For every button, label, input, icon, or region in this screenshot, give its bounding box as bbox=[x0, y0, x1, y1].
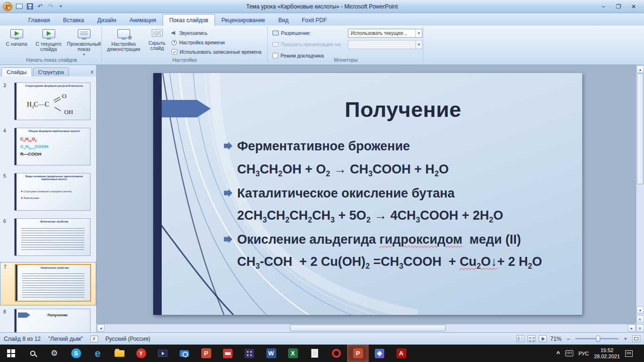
slide-7-thumbnail[interactable]: Химические свойства bbox=[15, 264, 91, 302]
tab-design[interactable]: Дизайн bbox=[91, 14, 123, 25]
scroll-left-button[interactable]: ◄ bbox=[97, 324, 105, 332]
slide-8-thumbnail[interactable]: Получение bbox=[14, 309, 91, 332]
scroll-right-button[interactable]: ► bbox=[628, 324, 636, 332]
view-mode-icon[interactable] bbox=[15, 2, 24, 10]
minimize-button[interactable]: – bbox=[596, 1, 611, 12]
record-narration-button[interactable]: Звукозапись bbox=[172, 29, 207, 37]
resolution-dropdown[interactable]: Использовать текущее... ▾ bbox=[348, 29, 422, 38]
opera-button[interactable] bbox=[325, 345, 347, 362]
powerpoint-pinned-button[interactable]: P bbox=[195, 345, 217, 362]
settings-button[interactable]: ⚙ bbox=[43, 345, 65, 362]
scrollbar-thumb[interactable] bbox=[290, 325, 446, 331]
touch-keyboard-icon[interactable] bbox=[565, 350, 573, 356]
undo-icon[interactable]: ↶ bbox=[36, 2, 44, 10]
powerpoint-active-button[interactable]: P bbox=[347, 345, 369, 362]
status-bar: Слайд 8 из 12 "Легкий дым" ✗ Русский (Ро… bbox=[0, 332, 644, 345]
bullet-formula[interactable]: CH3-COH + 2 Cu(OH)2 =CH3COOH + Cu2O↓+ 2 … bbox=[237, 255, 542, 271]
yandex-browser-button[interactable]: Y bbox=[130, 345, 152, 362]
bullet-item[interactable]: Каталитическое окисление бутана bbox=[224, 186, 454, 201]
edge-button[interactable]: e bbox=[87, 345, 108, 362]
next-slide-button[interactable]: » bbox=[636, 324, 644, 332]
tab-view[interactable]: Вид bbox=[272, 14, 295, 25]
tab-outline[interactable]: Структура bbox=[33, 67, 69, 76]
redo-icon[interactable]: ↷ bbox=[46, 2, 55, 10]
slide-4-item[interactable]: 4 Общая формула карбоновых кислот CnH2nO… bbox=[0, 126, 96, 170]
scroll-down-button[interactable]: ▼ bbox=[636, 306, 644, 314]
tab-insert[interactable]: Вставка bbox=[57, 14, 91, 25]
tiny-text-lines bbox=[22, 273, 84, 298]
movies-tv-button[interactable] bbox=[152, 345, 173, 362]
file-explorer-button[interactable] bbox=[108, 345, 130, 362]
normal-view-button[interactable] bbox=[516, 335, 524, 342]
bullet-item[interactable]: Окисление альдегида гидроксидом меди (II… bbox=[224, 232, 521, 247]
tab-slides[interactable]: Слайды bbox=[1, 67, 32, 76]
excel-icon: X bbox=[288, 348, 298, 358]
tab-home[interactable]: Главная bbox=[22, 14, 57, 25]
previous-slide-button[interactable]: « bbox=[636, 315, 644, 323]
slide-7-item[interactable]: 7 Химические свойства bbox=[0, 262, 96, 305]
save-icon[interactable] bbox=[25, 2, 34, 10]
scroll-up-button[interactable]: ▲ bbox=[636, 66, 644, 73]
search-button[interactable] bbox=[22, 345, 43, 362]
checkbox-checked-icon[interactable]: ✓ bbox=[172, 49, 177, 55]
bullet-formula[interactable]: 2CH3CH2CH2CH3 + 5O2 → 4CH3COOH + 2H2O bbox=[237, 208, 503, 224]
notepad-button[interactable] bbox=[304, 345, 325, 362]
slide-5-item[interactable]: 5 Виды изомерии предельных одноосновных … bbox=[0, 172, 96, 215]
zoom-in-button[interactable]: + bbox=[622, 335, 629, 342]
photos-button[interactable] bbox=[369, 345, 390, 362]
tab-animation[interactable]: Анимация bbox=[123, 14, 163, 25]
language-switcher[interactable]: РУС bbox=[578, 351, 589, 356]
slideshow-view-button[interactable] bbox=[539, 335, 547, 342]
bullet-item[interactable]: Ферментативное брожение bbox=[224, 139, 410, 154]
slide-sorter-view-button[interactable] bbox=[528, 335, 536, 342]
app-grid-button[interactable] bbox=[239, 345, 260, 362]
use-timings-checkbox-row[interactable]: ✓ Использовать записанные времена bbox=[172, 48, 262, 56]
skype-button[interactable]: S bbox=[65, 345, 87, 362]
slide-3-thumbnail[interactable]: Структурная формула уксусной кислоты H3C… bbox=[14, 82, 91, 120]
zoom-slider[interactable] bbox=[575, 338, 619, 339]
excel-button[interactable]: X bbox=[282, 345, 304, 362]
hide-slide-button[interactable]: Скрыть слайд bbox=[144, 28, 170, 57]
language-indicator[interactable]: Русский (Россия) bbox=[106, 336, 150, 342]
slide-4-thumbnail[interactable]: Общая формула карбоновых кислот CnH2nO2 … bbox=[14, 128, 91, 165]
maximize-button[interactable]: ❐ bbox=[611, 1, 626, 12]
vertical-scrollbar[interactable]: ▲ ▼ « » bbox=[636, 65, 644, 332]
tab-foxit-pdf[interactable]: Foxit PDF bbox=[295, 14, 333, 25]
setup-show-button[interactable]: ⚙ Настройка демонстрации bbox=[104, 28, 143, 57]
zoom-slider-thumb[interactable] bbox=[596, 336, 600, 342]
slide-6-thumbnail[interactable]: Физические свойства bbox=[14, 218, 91, 256]
custom-show-button[interactable]: Произвольный показ ▾ bbox=[67, 28, 101, 57]
clock[interactable]: 15:52 28.02.2021 bbox=[594, 347, 620, 360]
panel-close-button[interactable]: x bbox=[91, 69, 94, 74]
action-center-icon[interactable] bbox=[625, 350, 633, 357]
scrollbar-thumb[interactable] bbox=[637, 74, 644, 184]
mail-icon bbox=[223, 349, 232, 358]
chevron-down-icon[interactable]: ▾ bbox=[415, 29, 422, 37]
slide-8-item[interactable]: 8 Получение bbox=[0, 307, 96, 332]
rehearse-timings-button[interactable]: Настройка времени bbox=[172, 39, 225, 46]
from-beginning-button[interactable]: С начала bbox=[3, 28, 30, 57]
tray-expand-button[interactable]: ^ bbox=[556, 350, 560, 357]
word-button[interactable]: W bbox=[260, 345, 282, 362]
acrobat-button[interactable]: A bbox=[390, 345, 412, 362]
bullet-formula[interactable]: CH3CH2OH + O2 → CH3COOH + H2O bbox=[237, 162, 449, 178]
horizontal-scrollbar[interactable]: ◄ ► bbox=[97, 324, 636, 332]
tab-slideshow[interactable]: Показ слайдов bbox=[163, 14, 215, 26]
qat-customize-button[interactable]: ▾ bbox=[57, 2, 65, 10]
slide-title[interactable]: Получение bbox=[295, 98, 512, 122]
spellcheck-icon[interactable]: ✗ bbox=[91, 336, 98, 342]
slide-canvas[interactable]: Получение Ферментативное брожение CH3CH2… bbox=[153, 73, 582, 315]
slide-6-item[interactable]: 6 Физические свойства bbox=[0, 217, 96, 260]
fit-to-window-button[interactable] bbox=[632, 335, 640, 342]
close-button[interactable]: ✕ bbox=[626, 1, 641, 12]
from-current-slide-button[interactable]: С текущего слайда bbox=[31, 28, 66, 57]
start-button[interactable] bbox=[0, 345, 22, 362]
slide-3-item[interactable]: 3 Структурная формула уксусной кислоты H… bbox=[0, 81, 96, 124]
tab-review[interactable]: Рецензирование bbox=[215, 14, 272, 25]
search-icon bbox=[30, 351, 35, 356]
statusbar-right: 71% – + bbox=[516, 335, 640, 342]
slide-5-thumbnail[interactable]: Виды изомерии предельных одноосновных ка… bbox=[14, 173, 91, 211]
camera-button[interactable] bbox=[173, 345, 195, 362]
mail-app-button[interactable] bbox=[217, 345, 239, 362]
zoom-out-button[interactable]: – bbox=[565, 335, 572, 342]
